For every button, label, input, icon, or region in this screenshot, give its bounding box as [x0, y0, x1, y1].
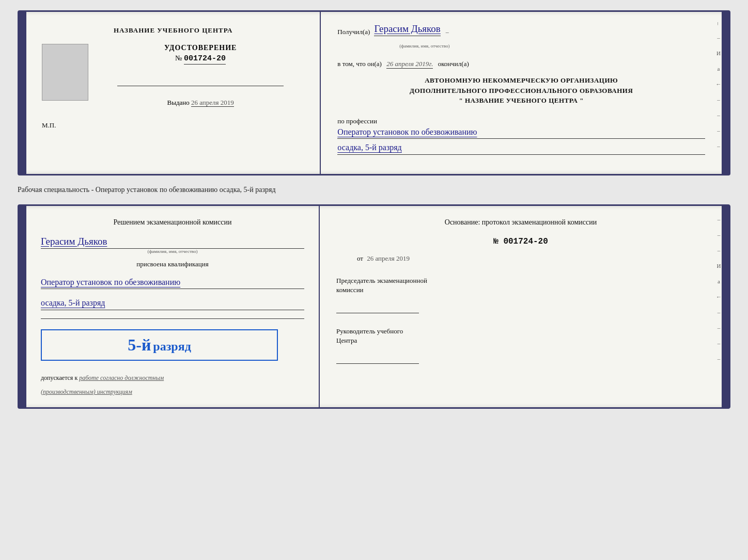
cert-label-block: УДОСТОВЕРЕНИЕ № 001724-20: [164, 44, 237, 63]
certificate-card: НАЗВАНИЕ УЧЕБНОГО ЦЕНТРА УДОСТОВЕРЕНИЕ №…: [18, 10, 730, 175]
issued-line: Выдано 26 апреля 2019: [167, 99, 234, 107]
cert-left-panel: НАЗВАНИЕ УЧЕБНОГО ЦЕНТРА УДОСТОВЕРЕНИЕ №…: [26, 12, 321, 174]
director-signature-line: [336, 354, 419, 364]
cert-number-line: № 001724-20: [164, 54, 237, 63]
recipient-sub: (фамилия, имя, отчество): [399, 43, 705, 49]
qualification-card: Решением экзаменационной комиссии Гераси…: [18, 204, 730, 409]
dec-1: –: [718, 216, 721, 222]
rank-big-text: разряд: [153, 340, 191, 353]
chairman-line2: комиссии: [336, 286, 364, 294]
right-dash-7: –: [717, 112, 720, 118]
date-value: 26 апреля 2019г.: [386, 60, 433, 69]
left-content-area: УДОСТОВЕРЕНИЕ № 001724-20 Выдано 26 апре…: [42, 44, 304, 107]
mp-label: М.П.: [42, 121, 56, 130]
person-sub: (фамилия, имя, отчество): [41, 249, 304, 254]
right-dash-8: –: [717, 127, 720, 134]
left-spine-2: [19, 206, 26, 407]
allowed-parenthetical: (производственным) инструкциям: [41, 388, 304, 396]
date-prefix: в том, что он(а): [337, 60, 382, 68]
right-dash-3: И: [716, 50, 721, 56]
cert-right-panel: Получил(а) Герасим Дьяков – (фамилия, им…: [321, 12, 722, 174]
right-spine-2: [722, 206, 729, 407]
rank-big-number: 5-й: [128, 335, 151, 354]
allowed-prefix: допускается к: [41, 374, 77, 381]
qualification-label: присвоена квалификация: [41, 260, 304, 268]
right-dash-5: ←: [716, 81, 722, 87]
qualification-value1: Оператор установок по обезвоживанию: [41, 276, 304, 290]
dec-7: –: [718, 309, 721, 315]
cert-info-area: УДОСТОВЕРЕНИЕ № 001724-20 Выдано 26 апре…: [97, 44, 304, 107]
dec-10: –: [718, 356, 721, 362]
chairman-line1: Председатель экзаменационной: [336, 277, 427, 284]
org-block: АВТОНОМНУЮ НЕКОММЕРЧЕСКУЮ ОРГАНИЗАЦИЮ ДО…: [337, 75, 705, 106]
org-line2: ДОПОЛНИТЕЛЬНОГО ПРОФЕССИОНАЛЬНОГО ОБРАЗО…: [337, 86, 705, 96]
right-dash-9: –: [717, 143, 720, 149]
cert-number: 001724-20: [184, 54, 226, 65]
director-line1: Руководитель учебного: [336, 327, 403, 335]
dec-5: а: [718, 278, 720, 284]
right-dash-4: а: [718, 66, 720, 72]
decision-right-panel: Основание: протокол экзаменационной коми…: [320, 206, 722, 407]
protocol-number: № 001724-20: [336, 237, 705, 246]
right-dash-6: –: [717, 97, 720, 103]
right-spine: [722, 12, 729, 174]
allowed-handwritten: работе согласно должностным: [79, 374, 164, 381]
qualification-value2: осадка, 5-й разряд: [41, 296, 304, 310]
dec-2: –: [718, 232, 721, 238]
profession-label: по профессии: [337, 117, 705, 125]
photo-placeholder: [42, 44, 88, 101]
center-title: НАЗВАНИЕ УЧЕБНОГО ЦЕНТРА: [114, 26, 233, 35]
person-block: Герасим Дьяков (фамилия, имя, отчество): [41, 236, 304, 254]
chairman-label: Председатель экзаменационной комиссии: [336, 276, 705, 295]
decision-title: Решением экзаменационной комиссии: [41, 217, 304, 228]
right-decorations: – – И а ← – – – –: [715, 22, 722, 149]
from-date-line: от 26 апреля 2019: [357, 254, 705, 263]
profession-block: по профессии Оператор установок по обезв…: [337, 117, 705, 155]
allowed-text: допускается к работе согласно должностны…: [41, 374, 304, 382]
right-decorations-2: – – – И а ← – – – –: [716, 216, 722, 362]
cert-label: УДОСТОВЕРЕНИЕ: [164, 44, 237, 52]
dec-8: –: [718, 325, 721, 331]
dec-6: ←: [716, 294, 722, 300]
recipient-prefix: Получил(а): [337, 28, 370, 36]
dec-9: –: [718, 340, 721, 346]
issued-label: Выдано: [167, 99, 190, 106]
profession-handwritten: Оператор установок по обезвоживанию: [337, 125, 705, 139]
recipient-dash: –: [446, 28, 449, 36]
director-label: Руководитель учебного Центра: [336, 327, 705, 345]
dec-4: И: [717, 263, 721, 269]
rank-handwritten: осадка, 5-й разряд: [337, 141, 705, 155]
rank-box: 5-й разряд: [41, 329, 278, 361]
person-name: Герасим Дьяков: [41, 236, 304, 249]
recipient-name: Герасим Дьяков: [374, 23, 440, 36]
dec-3: –: [718, 247, 721, 253]
specialty-line: Рабочая специальность - Оператор установ…: [18, 185, 730, 195]
right-dash-2: –: [717, 35, 720, 41]
director-line2: Центра: [336, 337, 357, 344]
from-label: от: [357, 254, 363, 262]
recipient-line: Получил(а) Герасим Дьяков –: [337, 23, 705, 36]
from-date: 26 апреля 2019: [367, 254, 410, 262]
basis-label: Основание: протокол экзаменационной коми…: [336, 217, 705, 228]
date-suffix: окончил(а): [438, 60, 469, 68]
right-dash-1: –: [715, 22, 722, 25]
decision-left-panel: Решением экзаменационной комиссии Гераси…: [26, 206, 320, 407]
cert-number-prefix: №: [175, 54, 182, 62]
chairman-signature-line: [336, 303, 419, 313]
left-spine: [19, 12, 26, 174]
date-line: в том, что он(а) 26 апреля 2019г. окончи…: [337, 60, 705, 68]
org-line3: " НАЗВАНИЕ УЧЕБНОГО ЦЕНТРА ": [337, 95, 705, 106]
issued-date: 26 апреля 2019: [191, 99, 234, 107]
org-line1: АВТОНОМНУЮ НЕКОММЕРЧЕСКУЮ ОРГАНИЗАЦИЮ: [337, 75, 705, 86]
